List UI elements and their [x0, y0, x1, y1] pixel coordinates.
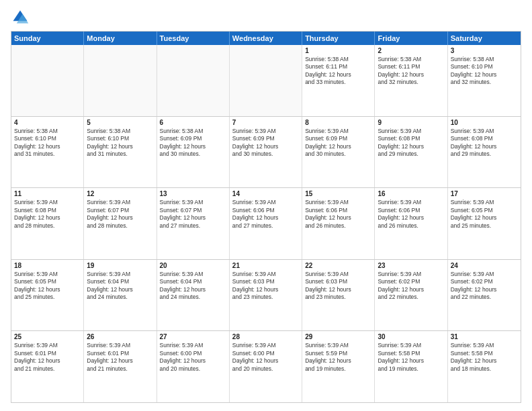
- day-number-11: 11: [14, 190, 81, 197]
- day-info-8: Sunrise: 5:39 AM Sunset: 6:09 PM Dayligh…: [305, 128, 371, 158]
- day-number-4: 4: [14, 119, 81, 126]
- day-number-7: 7: [232, 119, 299, 126]
- empty-cell: [84, 45, 157, 116]
- day-number-20: 20: [160, 262, 226, 269]
- day-number-26: 26: [87, 333, 153, 340]
- day-cell-13: 13Sunrise: 5:39 AM Sunset: 6:07 PM Dayli…: [157, 188, 230, 259]
- header-cell-wednesday: Wednesday: [230, 32, 302, 45]
- day-info-30: Sunrise: 5:39 AM Sunset: 5:58 PM Dayligh…: [378, 342, 444, 373]
- day-cell-3: 3Sunrise: 5:38 AM Sunset: 6:10 PM Daylig…: [448, 45, 521, 116]
- day-cell-1: 1Sunrise: 5:38 AM Sunset: 6:11 PM Daylig…: [302, 45, 375, 116]
- day-number-28: 28: [232, 333, 299, 340]
- day-info-1: Sunrise: 5:38 AM Sunset: 6:11 PM Dayligh…: [305, 56, 371, 87]
- day-number-12: 12: [87, 190, 153, 197]
- day-info-15: Sunrise: 5:39 AM Sunset: 6:06 PM Dayligh…: [305, 199, 371, 230]
- header-cell-friday: Friday: [375, 32, 447, 45]
- day-info-7: Sunrise: 5:39 AM Sunset: 6:09 PM Dayligh…: [232, 128, 299, 158]
- header-cell-monday: Monday: [84, 32, 157, 45]
- day-cell-8: 8Sunrise: 5:39 AM Sunset: 6:09 PM Daylig…: [302, 117, 375, 188]
- day-number-3: 3: [451, 47, 518, 54]
- day-number-31: 31: [451, 333, 518, 340]
- day-info-5: Sunrise: 5:38 AM Sunset: 6:10 PM Dayligh…: [87, 128, 153, 158]
- day-cell-11: 11Sunrise: 5:39 AM Sunset: 6:08 PM Dayli…: [11, 188, 84, 259]
- day-cell-27: 27Sunrise: 5:39 AM Sunset: 6:00 PM Dayli…: [157, 331, 230, 402]
- empty-cell: [230, 45, 302, 116]
- day-number-19: 19: [87, 262, 153, 269]
- day-info-13: Sunrise: 5:39 AM Sunset: 6:07 PM Dayligh…: [160, 199, 226, 230]
- day-cell-14: 14Sunrise: 5:39 AM Sunset: 6:06 PM Dayli…: [230, 188, 302, 259]
- day-info-19: Sunrise: 5:39 AM Sunset: 6:04 PM Dayligh…: [87, 271, 153, 302]
- day-info-20: Sunrise: 5:39 AM Sunset: 6:04 PM Dayligh…: [160, 271, 226, 302]
- day-info-25: Sunrise: 5:39 AM Sunset: 6:01 PM Dayligh…: [14, 342, 81, 373]
- header-cell-tuesday: Tuesday: [157, 32, 230, 45]
- day-cell-24: 24Sunrise: 5:39 AM Sunset: 6:02 PM Dayli…: [448, 260, 521, 331]
- day-cell-10: 10Sunrise: 5:39 AM Sunset: 6:08 PM Dayli…: [448, 117, 521, 188]
- day-cell-19: 19Sunrise: 5:39 AM Sunset: 6:04 PM Dayli…: [84, 260, 157, 331]
- day-number-1: 1: [305, 47, 371, 54]
- day-number-14: 14: [232, 190, 299, 197]
- day-cell-9: 9Sunrise: 5:39 AM Sunset: 6:08 PM Daylig…: [375, 117, 447, 188]
- day-cell-18: 18Sunrise: 5:39 AM Sunset: 6:05 PM Dayli…: [11, 260, 84, 331]
- day-info-27: Sunrise: 5:39 AM Sunset: 6:00 PM Dayligh…: [160, 342, 226, 373]
- day-number-16: 16: [378, 190, 444, 197]
- day-info-11: Sunrise: 5:39 AM Sunset: 6:08 PM Dayligh…: [14, 199, 81, 230]
- day-number-27: 27: [160, 333, 226, 340]
- day-info-10: Sunrise: 5:39 AM Sunset: 6:08 PM Dayligh…: [451, 128, 518, 158]
- day-info-28: Sunrise: 5:39 AM Sunset: 6:00 PM Dayligh…: [232, 342, 299, 373]
- header-cell-thursday: Thursday: [302, 32, 375, 45]
- day-info-6: Sunrise: 5:38 AM Sunset: 6:09 PM Dayligh…: [160, 128, 226, 158]
- day-cell-6: 6Sunrise: 5:38 AM Sunset: 6:09 PM Daylig…: [157, 117, 230, 188]
- day-cell-7: 7Sunrise: 5:39 AM Sunset: 6:09 PM Daylig…: [230, 117, 302, 188]
- logo-icon: [11, 8, 30, 27]
- day-cell-15: 15Sunrise: 5:39 AM Sunset: 6:06 PM Dayli…: [302, 188, 375, 259]
- day-number-8: 8: [305, 119, 371, 126]
- week-row-4: 18Sunrise: 5:39 AM Sunset: 6:05 PM Dayli…: [11, 260, 521, 332]
- day-info-24: Sunrise: 5:39 AM Sunset: 6:02 PM Dayligh…: [451, 271, 518, 302]
- calendar-body: 1Sunrise: 5:38 AM Sunset: 6:11 PM Daylig…: [11, 45, 521, 402]
- day-info-12: Sunrise: 5:39 AM Sunset: 6:07 PM Dayligh…: [87, 199, 153, 230]
- day-cell-28: 28Sunrise: 5:39 AM Sunset: 6:00 PM Dayli…: [230, 331, 302, 402]
- day-info-17: Sunrise: 5:39 AM Sunset: 6:05 PM Dayligh…: [451, 199, 518, 230]
- day-cell-30: 30Sunrise: 5:39 AM Sunset: 5:58 PM Dayli…: [375, 331, 447, 402]
- day-number-22: 22: [305, 262, 371, 269]
- day-number-21: 21: [232, 262, 299, 269]
- day-info-16: Sunrise: 5:39 AM Sunset: 6:06 PM Dayligh…: [378, 199, 444, 230]
- day-number-29: 29: [305, 333, 371, 340]
- day-cell-21: 21Sunrise: 5:39 AM Sunset: 6:03 PM Dayli…: [230, 260, 302, 331]
- day-info-4: Sunrise: 5:38 AM Sunset: 6:10 PM Dayligh…: [14, 128, 81, 158]
- day-number-5: 5: [87, 119, 153, 126]
- day-cell-22: 22Sunrise: 5:39 AM Sunset: 6:03 PM Dayli…: [302, 260, 375, 331]
- day-info-3: Sunrise: 5:38 AM Sunset: 6:10 PM Dayligh…: [451, 56, 518, 87]
- week-row-3: 11Sunrise: 5:39 AM Sunset: 6:08 PM Dayli…: [11, 188, 521, 260]
- day-info-14: Sunrise: 5:39 AM Sunset: 6:06 PM Dayligh…: [232, 199, 299, 230]
- day-info-22: Sunrise: 5:39 AM Sunset: 6:03 PM Dayligh…: [305, 271, 371, 302]
- day-info-31: Sunrise: 5:39 AM Sunset: 5:58 PM Dayligh…: [451, 342, 518, 373]
- header-cell-sunday: Sunday: [11, 32, 84, 45]
- page: SundayMondayTuesdayWednesdayThursdayFrid…: [0, 0, 532, 411]
- day-number-18: 18: [14, 262, 81, 269]
- day-cell-29: 29Sunrise: 5:39 AM Sunset: 5:59 PM Dayli…: [302, 331, 375, 402]
- day-number-9: 9: [378, 119, 444, 126]
- week-row-2: 4Sunrise: 5:38 AM Sunset: 6:10 PM Daylig…: [11, 117, 521, 189]
- day-cell-17: 17Sunrise: 5:39 AM Sunset: 6:05 PM Dayli…: [448, 188, 521, 259]
- header: [11, 8, 521, 27]
- day-cell-26: 26Sunrise: 5:39 AM Sunset: 6:01 PM Dayli…: [84, 331, 157, 402]
- day-number-2: 2: [378, 47, 444, 54]
- day-cell-31: 31Sunrise: 5:39 AM Sunset: 5:58 PM Dayli…: [448, 331, 521, 402]
- day-cell-12: 12Sunrise: 5:39 AM Sunset: 6:07 PM Dayli…: [84, 188, 157, 259]
- day-number-13: 13: [160, 190, 226, 197]
- day-cell-20: 20Sunrise: 5:39 AM Sunset: 6:04 PM Dayli…: [157, 260, 230, 331]
- day-number-17: 17: [451, 190, 518, 197]
- empty-cell: [11, 45, 84, 116]
- logo: [11, 8, 32, 27]
- day-info-18: Sunrise: 5:39 AM Sunset: 6:05 PM Dayligh…: [14, 271, 81, 302]
- day-cell-2: 2Sunrise: 5:38 AM Sunset: 6:11 PM Daylig…: [375, 45, 447, 116]
- day-cell-16: 16Sunrise: 5:39 AM Sunset: 6:06 PM Dayli…: [375, 188, 447, 259]
- empty-cell: [157, 45, 230, 116]
- day-number-30: 30: [378, 333, 444, 340]
- day-info-29: Sunrise: 5:39 AM Sunset: 5:59 PM Dayligh…: [305, 342, 371, 373]
- day-number-24: 24: [451, 262, 518, 269]
- day-cell-4: 4Sunrise: 5:38 AM Sunset: 6:10 PM Daylig…: [11, 117, 84, 188]
- day-number-6: 6: [160, 119, 226, 126]
- day-cell-5: 5Sunrise: 5:38 AM Sunset: 6:10 PM Daylig…: [84, 117, 157, 188]
